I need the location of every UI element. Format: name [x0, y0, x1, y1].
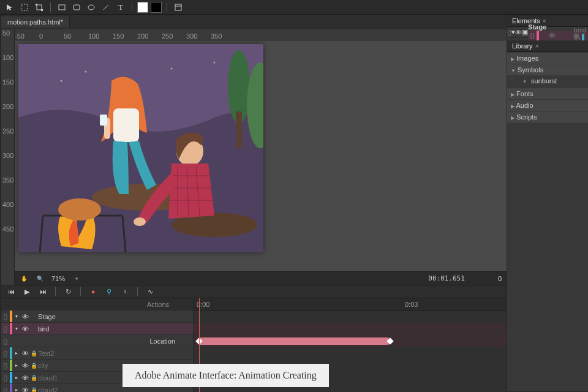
layout-tool-icon[interactable]	[172, 1, 184, 13]
caption-overlay: Adobe Animate Interface: Animation Creat…	[123, 364, 329, 387]
right-panels: Elements× {} ▾ 👁 ▣ Stage {} 👁 ▣ bird {} …	[507, 15, 588, 392]
svg-rect-3	[41, 9, 43, 11]
transform-tool-icon[interactable]	[33, 1, 45, 13]
svg-rect-23	[100, 115, 107, 126]
svg-point-33	[85, 71, 87, 73]
vertical-ruler: 50100150200250300350400450	[1, 29, 15, 285]
top-toolbar: T	[0, 0, 588, 15]
pin-button[interactable]: ⚲	[103, 285, 115, 298]
svg-rect-8	[175, 4, 181, 10]
horizontal-ruler: -50050100150200250300350	[15, 29, 507, 40]
record-button[interactable]: ●	[87, 285, 99, 298]
svg-rect-4	[59, 5, 65, 10]
document-tab[interactable]: motion paths.html*	[1, 17, 70, 28]
element-row[interactable]: {} 👁 ▣ bird {} 👁 🔒 T Text2 {} 👁 🔒 ▣ city…	[528, 31, 588, 42]
stage-status-bar: ✋ 🔍 71%▾ 00:01.651 0	[15, 271, 507, 285]
loop-button[interactable]: ↻	[62, 285, 74, 298]
svg-rect-21	[113, 108, 139, 142]
stroke-color-swatch[interactable]	[151, 2, 162, 13]
library-section[interactable]: ▶ Audio+	[507, 100, 588, 111]
library-item[interactable]: ✦ sunburst	[507, 75, 588, 88]
close-icon[interactable]: ×	[535, 43, 539, 50]
svg-point-34	[171, 68, 173, 70]
library-section[interactable]: ▶ Scripts+	[507, 111, 588, 123]
rect-select-tool-icon[interactable]	[18, 1, 31, 13]
library-section[interactable]: ▶ Images+	[507, 53, 588, 64]
library-section[interactable]: ▶ Fonts+	[507, 88, 588, 99]
svg-point-6	[88, 5, 94, 10]
timeline-layer-row[interactable]: {} ▾ 👁 bird	[1, 323, 194, 335]
svg-point-31	[134, 217, 146, 226]
svg-point-32	[61, 80, 62, 82]
svg-rect-12	[236, 111, 242, 148]
forward-button[interactable]: ⏭	[37, 285, 49, 298]
zoom-tool-icon[interactable]: 🔍	[36, 274, 44, 283]
svg-rect-1	[37, 5, 42, 10]
pointer-tool-icon[interactable]	[4, 1, 16, 13]
zoom-level[interactable]: 71%	[51, 275, 65, 282]
ellipse-tool-icon[interactable]	[85, 1, 97, 13]
svg-rect-0	[21, 4, 28, 10]
fill-color-swatch[interactable]	[137, 2, 148, 13]
bulb-button[interactable]: ♀	[119, 285, 131, 298]
svg-point-35	[214, 62, 216, 64]
svg-rect-5	[74, 5, 80, 10]
timeline-layer-row[interactable]: {} ▾ 👁 Stage	[1, 311, 194, 323]
element-row[interactable]: {} ▾ 👁 ▣ Stage {} 👁 ▣ bird {} 👁 🔒 T Text…	[507, 27, 588, 38]
timeline-layer-row[interactable]: {} Location	[1, 335, 194, 347]
easing-button[interactable]: ∿	[144, 285, 156, 298]
hand-tool-icon[interactable]: ✋	[20, 274, 28, 283]
line-tool-icon[interactable]	[100, 1, 112, 13]
library-tab[interactable]: Library×	[507, 40, 588, 52]
rounded-rect-tool-icon[interactable]	[70, 1, 83, 13]
svg-rect-2	[36, 4, 37, 6]
document-tab-bar: motion paths.html*	[1, 15, 507, 29]
text-tool-icon[interactable]: T	[115, 1, 127, 13]
frame-number: 0	[498, 275, 502, 282]
rectangle-tool-icon[interactable]	[56, 1, 68, 13]
svg-line-7	[104, 5, 108, 10]
svg-point-19	[58, 198, 101, 221]
playhead-time: 00:01.651	[428, 274, 465, 282]
play-button[interactable]: ▶	[21, 285, 33, 298]
rewind-button[interactable]: ⏮	[5, 285, 17, 298]
stage-canvas[interactable]	[18, 44, 263, 252]
timeline-layer-row[interactable]: {} ▸ 👁 🔒 Text2	[1, 347, 194, 360]
library-section[interactable]: ▼ Symbols+	[507, 64, 588, 75]
